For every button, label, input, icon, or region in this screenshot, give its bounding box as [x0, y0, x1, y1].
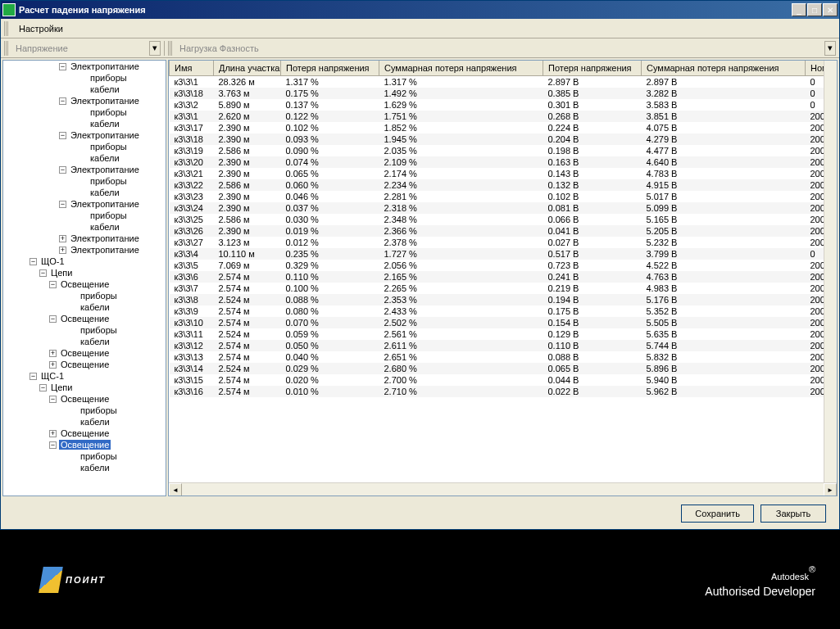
- tree-label[interactable]: кабели: [79, 302, 111, 312]
- tree-label[interactable]: Электропитание: [69, 130, 141, 140]
- table-row[interactable]: к3\3\172.390 м0.102 %1.852 %0.224 В4.075…: [170, 122, 824, 133]
- tree-label[interactable]: ЩС-1: [39, 371, 66, 381]
- table-row[interactable]: к3\3\410.110 м0.235 %1.727 %0.517 В3.799…: [170, 248, 824, 260]
- tree-label[interactable]: Освещение: [59, 394, 111, 404]
- tree-label[interactable]: кабели: [89, 188, 121, 197]
- collapse-icon[interactable]: −: [59, 63, 66, 70]
- table-row[interactable]: к3\3\202.390 м0.074 %2.109 %0.163 В4.640…: [170, 156, 824, 168]
- tree-item[interactable]: −Электропитание: [3, 129, 166, 141]
- scroll-left-icon[interactable]: ◄: [169, 483, 182, 496]
- collapse-icon[interactable]: −: [49, 315, 57, 323]
- tree-item[interactable]: кабели: [3, 187, 166, 198]
- tree-label[interactable]: Освещение: [59, 428, 111, 438]
- tree-label[interactable]: приборы: [79, 451, 119, 461]
- tree-label[interactable]: Освещение: [59, 440, 111, 450]
- tree-item[interactable]: −Освещение: [3, 313, 166, 324]
- collapse-icon[interactable]: −: [30, 258, 37, 265]
- tree-item[interactable]: приборы: [3, 175, 166, 187]
- tree-item[interactable]: +Электропитание: [3, 244, 166, 256]
- table-row[interactable]: к3\3\162.574 м0.010 %2.710 %0.022 В5.962…: [170, 386, 824, 397]
- tree-item[interactable]: кабели: [3, 221, 166, 233]
- tree-item[interactable]: −ЩО-1: [3, 256, 166, 267]
- tree-label[interactable]: Электропитание: [69, 233, 141, 243]
- tree-item[interactable]: −Электропитание: [3, 95, 166, 106]
- tree-panel[interactable]: −Электропитаниеприборыкабели−Электропита…: [2, 60, 166, 496]
- table-row[interactable]: к3\3\152.574 м0.020 %2.700 %0.044 В5.940…: [170, 374, 824, 386]
- collapse-icon[interactable]: −: [30, 373, 37, 380]
- tree-item[interactable]: приборы: [3, 450, 166, 462]
- expand-icon[interactable]: +: [49, 350, 57, 357]
- horizontal-scrollbar[interactable]: ◄ ►: [169, 482, 837, 496]
- tree-label[interactable]: кабели: [79, 463, 111, 473]
- tree-label[interactable]: Освещение: [59, 348, 111, 358]
- table-row[interactable]: к3\3\57.069 м0.329 %2.056 %0.723 В4.522 …: [170, 260, 824, 271]
- tree-label[interactable]: приборы: [79, 325, 119, 335]
- column-header-name[interactable]: Имя: [170, 61, 214, 76]
- tree-label[interactable]: Электропитание: [69, 245, 141, 255]
- tree-label[interactable]: Цепи: [49, 268, 74, 278]
- tree-label[interactable]: приборы: [79, 405, 119, 415]
- vertical-scrollbar[interactable]: [824, 61, 837, 482]
- tree-item[interactable]: кабели: [3, 462, 166, 473]
- column-header-length[interactable]: Длина участка: [214, 61, 281, 76]
- tree-item[interactable]: кабели: [3, 416, 166, 428]
- tree-label[interactable]: кабели: [79, 337, 111, 346]
- table-row[interactable]: к3\3\242.390 м0.037 %2.318 %0.081 В5.099…: [170, 202, 824, 214]
- table-row[interactable]: к3\3\12.620 м0.122 %1.751 %0.268 В3.851 …: [170, 111, 824, 122]
- tree-label[interactable]: кабели: [89, 222, 121, 232]
- tree-label[interactable]: приборы: [89, 73, 129, 83]
- expand-icon[interactable]: +: [49, 361, 57, 369]
- tree-item[interactable]: кабели: [3, 152, 166, 164]
- column-header-loss_v[interactable]: Потеря напряжения: [543, 61, 642, 76]
- tree-label[interactable]: Электропитание: [69, 199, 141, 209]
- close-button[interactable]: Закрыть: [761, 505, 826, 523]
- tree-label[interactable]: кабели: [89, 153, 121, 163]
- tree-label[interactable]: приборы: [79, 291, 119, 301]
- tree-item[interactable]: −Цепи: [3, 382, 166, 393]
- table-row[interactable]: к3\3\182.390 м0.093 %1.945 %0.204 В4.279…: [170, 133, 824, 145]
- tree-item[interactable]: приборы: [3, 106, 166, 118]
- tree-item[interactable]: приборы: [3, 405, 166, 416]
- collapse-icon[interactable]: −: [59, 132, 66, 139]
- table-row[interactable]: к3\3\222.586 м0.060 %2.234 %0.132 В4.915…: [170, 179, 824, 191]
- expand-icon[interactable]: +: [59, 247, 66, 254]
- tree-label[interactable]: приборы: [89, 210, 129, 220]
- table-row[interactable]: к3\3\102.574 м0.070 %2.502 %0.154 В5.505…: [170, 317, 824, 328]
- load-dropdown-icon[interactable]: ▾: [824, 41, 836, 56]
- table-row[interactable]: к3\3\262.390 м0.019 %2.366 %0.041 В5.205…: [170, 225, 824, 237]
- table-row[interactable]: к3\3\232.390 м0.046 %2.281 %0.102 В5.017…: [170, 191, 824, 202]
- minimize-button[interactable]: _: [792, 3, 806, 16]
- collapse-icon[interactable]: −: [49, 396, 57, 403]
- tree-item[interactable]: +Электропитание: [3, 233, 166, 244]
- tree-item[interactable]: −Электропитание: [3, 61, 166, 72]
- save-button[interactable]: Сохранить: [681, 505, 754, 523]
- tree-item[interactable]: −Цепи: [3, 267, 166, 278]
- tree-item[interactable]: кабели: [3, 84, 166, 95]
- tree-item[interactable]: кабели: [3, 336, 166, 347]
- table-row[interactable]: к3\3\252.586 м0.030 %2.348 %0.066 В5.165…: [170, 214, 824, 225]
- tree-label[interactable]: кабели: [89, 119, 121, 129]
- tree-label[interactable]: Электропитание: [69, 61, 141, 71]
- tree-label[interactable]: кабели: [79, 417, 111, 427]
- table-row[interactable]: к3\3\212.390 м0.065 %2.174 %0.143 В4.783…: [170, 168, 824, 179]
- tree-item[interactable]: +Освещение: [3, 359, 166, 370]
- voltage-dropdown-icon[interactable]: ▾: [149, 41, 161, 56]
- collapse-icon[interactable]: −: [59, 166, 66, 174]
- tree-item[interactable]: приборы: [3, 210, 166, 221]
- toolbar-grip-right[interactable]: [168, 41, 173, 56]
- titlebar[interactable]: Расчет падения напряжения _ □ ✕: [1, 1, 839, 19]
- column-header-loss_pct[interactable]: Потеря напряжения: [281, 61, 379, 76]
- table-row[interactable]: к3\3\122.574 м0.050 %2.611 %0.110 В5.744…: [170, 340, 824, 351]
- collapse-icon[interactable]: −: [39, 269, 47, 277]
- column-header-sum_pct[interactable]: Суммарная потеря напряжения: [379, 61, 543, 76]
- tree-item[interactable]: +Освещение: [3, 347, 166, 359]
- tree-label[interactable]: приборы: [89, 107, 129, 117]
- column-header-sum_v[interactable]: Суммарная потеря напряжения: [642, 61, 806, 76]
- tree-label[interactable]: Освещение: [59, 360, 111, 369]
- tree-item[interactable]: приборы: [3, 290, 166, 301]
- tree-item[interactable]: −Электропитание: [3, 198, 166, 210]
- tree-label[interactable]: кабели: [89, 84, 121, 94]
- tree-item[interactable]: приборы: [3, 324, 166, 336]
- expand-icon[interactable]: +: [59, 235, 66, 242]
- tree-item[interactable]: −Освещение: [3, 439, 166, 450]
